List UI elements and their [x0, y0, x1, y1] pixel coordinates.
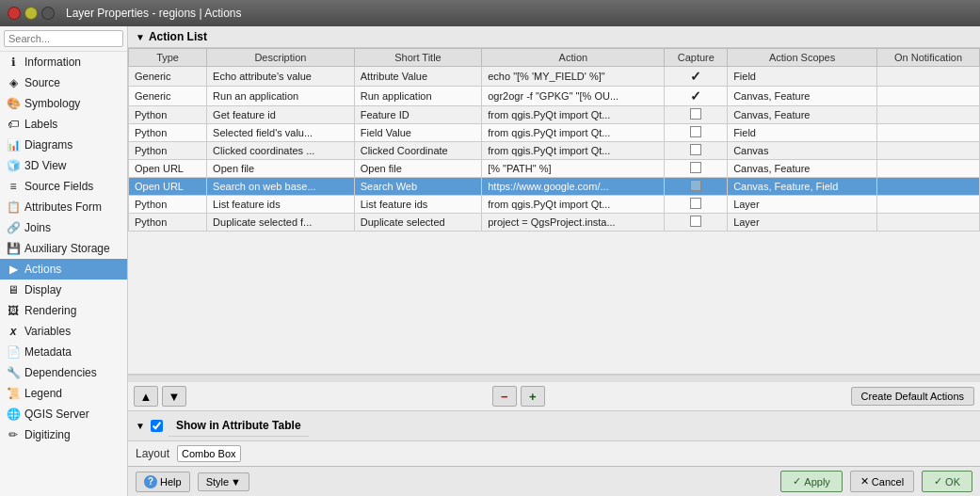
sidebar-item-3dview[interactable]: 🧊 3D View [0, 155, 127, 176]
bottom-bar: ? Help Style ▼ ✓ Apply ✕ Cancel ✓ OK [128, 466, 980, 496]
rendering-icon: 🖼 [6, 303, 21, 318]
sidebar-item-qgisserver[interactable]: 🌐 QGIS Server [0, 404, 127, 424]
table-row[interactable]: Generic Echo attribute's value Attribute… [129, 67, 980, 87]
sidebar-item-digitizing[interactable]: ✏ Digitizing [0, 424, 127, 445]
sidebar-item-rendering[interactable]: 🖼 Rendering [0, 300, 127, 321]
sidebar-item-label: Auxiliary Storage [24, 242, 110, 255]
close-button[interactable] [8, 7, 21, 20]
sidebar-item-actions[interactable]: ▶ Actions [0, 259, 127, 280]
cell-short-title: Search Web [354, 178, 481, 196]
ok-label: OK [945, 476, 960, 488]
cancel-button[interactable]: ✕ Cancel [850, 471, 914, 492]
cell-action: from qgis.PyQt import Qt... [482, 196, 665, 214]
sidebar-item-symbology[interactable]: 🎨 Symbology [0, 93, 127, 114]
action-table-wrapper[interactable]: Type Description Short Title Action Capt… [128, 48, 980, 375]
show-attr-section: ▼ Show in Attribute Table [128, 411, 980, 441]
expand-arrow-icon: ▼ [136, 32, 145, 42]
cell-type: Python [129, 214, 207, 232]
table-row[interactable]: Python Duplicate selected f... Duplicate… [129, 214, 980, 232]
sidebar-item-sourcefields[interactable]: ≡ Source Fields [0, 176, 127, 197]
minimize-button[interactable] [24, 7, 38, 20]
cell-notification [877, 160, 980, 178]
maximize-button[interactable] [41, 7, 55, 20]
toolbar-row: ▲ ▼ − + Create Default Actions [128, 382, 980, 411]
table-row[interactable]: Python Selected field's valu... Field Va… [129, 124, 980, 142]
sidebar-item-label: Actions [24, 263, 61, 276]
move-down-button[interactable]: ▼ [162, 386, 186, 407]
horizontal-scrollbar[interactable] [128, 375, 980, 382]
col-description[interactable]: Description [207, 49, 355, 67]
cell-description: Echo attribute's value [207, 67, 355, 87]
sidebar-item-attributesform[interactable]: 📋 Attributes Form [0, 197, 127, 217]
cell-type: Generic [129, 87, 207, 106]
cell-notification [877, 142, 980, 160]
table-row[interactable]: Open URL Search on web base... Search We… [129, 178, 980, 196]
auxiliarystorage-icon: 💾 [6, 241, 21, 256]
legend-icon: 📜 [6, 386, 21, 401]
action-list-header: ▼ Action List [128, 26, 980, 48]
cell-capture [665, 142, 728, 160]
col-short-title[interactable]: Short Title [354, 49, 481, 67]
move-up-button[interactable]: ▲ [134, 386, 158, 407]
search-input[interactable] [4, 30, 123, 47]
cell-capture [665, 160, 728, 178]
sidebar-item-auxiliarystorage[interactable]: 💾 Auxiliary Storage [0, 238, 127, 259]
show-attr-checkbox[interactable] [151, 420, 163, 432]
window-title: Layer Properties - regions | Actions [66, 7, 242, 20]
table-row[interactable]: Open URL Open file Open file [% "PATH" %… [129, 160, 980, 178]
metadata-icon: 📄 [6, 344, 21, 360]
layout-combo[interactable]: Combo Box Toolbar [177, 445, 241, 462]
sidebar-item-display[interactable]: 🖥 Display [0, 280, 127, 300]
col-capture[interactable]: Capture [665, 49, 728, 67]
cell-short-title: Feature ID [354, 106, 481, 124]
variables-icon: x [6, 324, 21, 339]
sidebar-item-source[interactable]: ◈ Source [0, 72, 127, 93]
style-label: Style [206, 476, 229, 488]
cell-short-title: Run application [354, 87, 481, 106]
add-action-button[interactable]: + [521, 386, 545, 407]
sidebar-item-dependencies[interactable]: 🔧 Dependencies [0, 362, 127, 383]
sidebar-item-labels[interactable]: 🏷 Labels [0, 114, 127, 135]
layout-label: Layout [136, 447, 169, 460]
create-default-actions-button[interactable]: Create Default Actions [851, 387, 974, 406]
sidebar-item-joins[interactable]: 🔗 Joins [0, 217, 127, 238]
cell-type: Python [129, 142, 207, 160]
col-notification[interactable]: On Notification [877, 49, 980, 67]
cell-action: from qgis.PyQt import Qt... [482, 124, 665, 142]
cell-description: List feature ids [207, 196, 355, 214]
col-action[interactable]: Action [482, 49, 665, 67]
layout-combo-wrapper[interactable]: Combo Box Toolbar [177, 445, 972, 462]
sidebar-item-diagrams[interactable]: 📊 Diagrams [0, 135, 127, 155]
sidebar-item-information[interactable]: ℹ Information [0, 52, 127, 72]
col-type[interactable]: Type [129, 49, 207, 67]
sidebar-item-label: Variables [24, 325, 71, 338]
apply-button[interactable]: ✓ Apply [780, 471, 843, 492]
sidebar-item-variables[interactable]: x Variables [0, 321, 127, 342]
style-button[interactable]: Style ▼ [198, 472, 249, 491]
cell-notification [877, 178, 980, 196]
table-row[interactable]: Generic Run an application Run applicati… [129, 87, 980, 106]
cell-short-title: Duplicate selected [354, 214, 481, 232]
sidebar-item-metadata[interactable]: 📄 Metadata [0, 342, 127, 362]
cell-capture [665, 214, 728, 232]
ok-button[interactable]: ✓ OK [922, 471, 972, 492]
cell-capture: ✓ [665, 87, 728, 106]
table-row[interactable]: Python Get feature id Feature ID from qg… [129, 106, 980, 124]
sidebar-item-legend[interactable]: 📜 Legend [0, 383, 127, 404]
sidebar-item-label: QGIS Server [24, 408, 89, 421]
cell-notification [877, 196, 980, 214]
show-attr-label: Show in Attribute Table [169, 415, 309, 437]
help-button[interactable]: ? Help [136, 472, 190, 492]
table-row[interactable]: Python Clicked coordinates ... Clicked C… [129, 142, 980, 160]
cancel-x-icon: ✕ [860, 475, 869, 488]
window-controls[interactable] [8, 7, 55, 20]
sidebar-item-label: Metadata [24, 345, 72, 359]
cell-short-title: Clicked Coordinate [354, 142, 481, 160]
col-scopes[interactable]: Action Scopes [728, 49, 877, 67]
cell-type: Python [129, 124, 207, 142]
search-box[interactable] [0, 26, 127, 52]
table-row[interactable]: Python List feature ids List feature ids… [129, 196, 980, 214]
cell-capture [665, 124, 728, 142]
cell-action: https://www.google.com/... [482, 178, 665, 196]
remove-action-button[interactable]: − [492, 386, 517, 407]
